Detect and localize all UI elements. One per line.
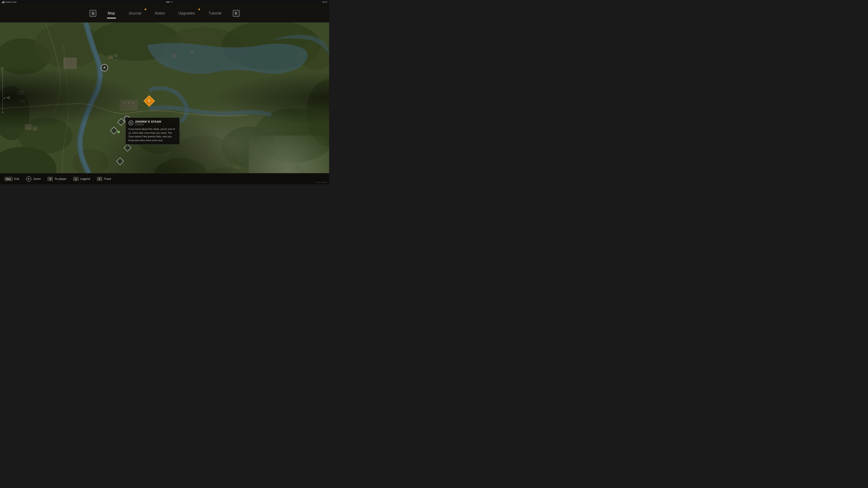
tab-journal[interactable]: Journal bbox=[122, 9, 148, 17]
tooltip-icon bbox=[128, 121, 133, 125]
to-player-label: To player bbox=[55, 177, 66, 181]
bottom-bar: Esc Exit Zoom V To player L Legend F Tra… bbox=[0, 173, 329, 184]
tooltip-body: If you know about this stash, you're one… bbox=[128, 127, 177, 142]
action-legend[interactable]: L Legend bbox=[73, 177, 90, 181]
top-bar: Lesser Zone 20:12 bbox=[0, 0, 329, 4]
map-background bbox=[0, 23, 329, 173]
radiation-marker-1[interactable] bbox=[101, 64, 108, 71]
tooltip-subtitle: STASH bbox=[135, 123, 161, 126]
svg-rect-22 bbox=[64, 63, 67, 65]
journal-dot bbox=[145, 8, 146, 10]
tab-tutorial[interactable]: Tutorial bbox=[202, 9, 228, 17]
svg-rect-35 bbox=[190, 50, 194, 53]
key-f[interactable]: F bbox=[97, 177, 102, 181]
zoom-icon bbox=[26, 176, 32, 182]
svg-rect-34 bbox=[172, 54, 176, 58]
key-esc[interactable]: Esc bbox=[4, 177, 13, 181]
tab-map[interactable]: Map bbox=[101, 9, 122, 17]
action-exit[interactable]: Esc Exit bbox=[4, 177, 19, 181]
stash-marker-4[interactable] bbox=[120, 161, 125, 167]
tab-notes[interactable]: Notes bbox=[148, 9, 172, 17]
svg-rect-31 bbox=[20, 99, 25, 103]
signal-bars bbox=[2, 1, 4, 3]
tab-upgrades[interactable]: Upgrades bbox=[172, 9, 202, 17]
svg-rect-20 bbox=[67, 61, 69, 63]
quest-marker[interactable]: ? bbox=[144, 96, 154, 106]
action-zoom[interactable]: Zoom bbox=[26, 176, 41, 182]
svg-point-27 bbox=[127, 101, 130, 104]
nav-key-q[interactable]: Q bbox=[90, 10, 96, 17]
nav-bar: Q Map Journal Notes Upgrades Tutorial E bbox=[0, 4, 329, 23]
svg-point-26 bbox=[123, 101, 126, 104]
scale-bar bbox=[2, 68, 3, 113]
watermark: TheGamer bbox=[315, 182, 327, 184]
svg-rect-25 bbox=[120, 99, 138, 111]
nav-key-e[interactable]: E bbox=[233, 10, 240, 17]
action-to-player[interactable]: V To player bbox=[48, 177, 66, 181]
zone-label: Lesser Zone bbox=[2, 1, 17, 3]
svg-point-28 bbox=[132, 101, 135, 104]
svg-rect-33 bbox=[33, 127, 37, 131]
zoom-indicator: ◄ ×2 bbox=[3, 96, 10, 99]
legend-label: Legend bbox=[80, 177, 90, 181]
track-label: Track bbox=[104, 177, 111, 181]
tooltip-title: ZHORIK'S STASH bbox=[135, 120, 161, 123]
stash-tooltip: ZHORIK'S STASH STASH If you know about t… bbox=[125, 118, 180, 144]
upgrades-dot bbox=[198, 8, 200, 10]
key-v[interactable]: V bbox=[48, 177, 53, 181]
svg-rect-24 bbox=[114, 54, 118, 57]
clock: 20:12 bbox=[322, 1, 327, 3]
zoom-label: Zoom bbox=[33, 177, 41, 181]
exit-label: Exit bbox=[14, 177, 19, 181]
svg-rect-23 bbox=[108, 55, 113, 59]
svg-point-38 bbox=[131, 123, 131, 123]
map-container[interactable]: ◄ ×2 ? bbox=[0, 23, 329, 173]
stash-marker-2[interactable] bbox=[114, 131, 119, 136]
svg-point-40 bbox=[28, 178, 30, 180]
svg-rect-21 bbox=[70, 60, 73, 63]
svg-rect-29 bbox=[249, 135, 329, 173]
action-track[interactable]: F Track bbox=[97, 177, 111, 181]
terrain-svg bbox=[0, 23, 329, 173]
key-l[interactable]: L bbox=[73, 177, 79, 181]
svg-rect-32 bbox=[25, 124, 32, 130]
tooltip-header: ZHORIK'S STASH STASH bbox=[128, 120, 177, 126]
svg-rect-30 bbox=[18, 90, 24, 95]
stash-marker-3[interactable] bbox=[127, 148, 133, 153]
zone-text: Lesser Zone bbox=[5, 1, 17, 3]
